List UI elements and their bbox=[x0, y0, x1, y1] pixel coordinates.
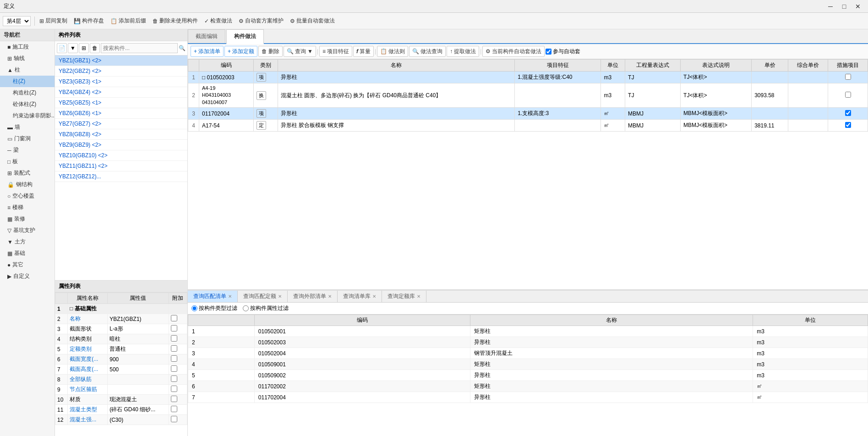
sidebar-item-stairs[interactable]: ≡ 楼梯 bbox=[0, 202, 55, 213]
sidebar-item-beam[interactable]: ─ 梁 bbox=[0, 144, 55, 156]
save-comp-button[interactable]: 💾 构件存盘 bbox=[71, 15, 107, 27]
list-item[interactable]: 7 011702004 异形柱 ㎡ bbox=[188, 392, 868, 403]
new-comp-button[interactable]: 📄 bbox=[57, 43, 67, 53]
sidebar-item-concrete-column[interactable]: 砼体柱(Z) bbox=[0, 99, 55, 110]
comp-item-ybz9[interactable]: YBZ9(GBZ9) <2> bbox=[55, 140, 187, 150]
code-cell[interactable]: A17-54 bbox=[199, 120, 254, 132]
filter-attr-radio[interactable] bbox=[243, 305, 249, 311]
formula-cell[interactable]: TJ bbox=[625, 83, 681, 108]
add-prefix-button[interactable]: 📋 添加前后缀 bbox=[108, 15, 149, 27]
auto-maintain-button[interactable]: ⚙ 自动套方案维护 bbox=[236, 15, 286, 27]
list-item[interactable]: 3 010502004 钢管顶升混凝土 m3 bbox=[188, 348, 868, 359]
batch-auto-button[interactable]: ⚙ 批量自动套做法 bbox=[287, 15, 338, 27]
project-feature-button[interactable]: ≡ 项目特征 bbox=[319, 46, 352, 57]
auto-checkbox[interactable] bbox=[546, 49, 551, 55]
attr-value-cell[interactable]: 900 bbox=[108, 354, 169, 364]
tab-section[interactable]: 截面编辑 bbox=[188, 29, 225, 43]
filter-type-radio[interactable] bbox=[191, 305, 197, 311]
code-cell[interactable]: 011702004 bbox=[199, 108, 254, 120]
bottom-tab-list-lib[interactable]: 查询清单库 ✕ bbox=[338, 291, 382, 302]
list-item[interactable]: 6 011702002 矩形柱 ㎡ bbox=[188, 381, 868, 392]
sidebar-item-decoration[interactable]: ▦ 装修 bbox=[0, 213, 55, 225]
bottom-tab-quota-lib[interactable]: 查询定额库 ✕ bbox=[382, 291, 426, 302]
close-match-quota-icon[interactable]: ✕ bbox=[278, 294, 282, 299]
bottom-tab-match-list[interactable]: 查询匹配清单 ✕ bbox=[188, 291, 238, 302]
tab-method[interactable]: 构件做法 bbox=[226, 29, 264, 44]
list-item[interactable]: 2 010502003 异形柱 m3 bbox=[188, 337, 868, 348]
attr-value-cell[interactable]: 现浇混凝土 bbox=[108, 395, 169, 405]
query-button[interactable]: 🔍 查询 ▼ bbox=[284, 46, 316, 57]
comp-item-ybz6[interactable]: YBZ6(GBZ6) <1> bbox=[55, 108, 187, 119]
code-cell[interactable]: □ 010502003 bbox=[199, 72, 254, 83]
attr-value-cell[interactable] bbox=[108, 375, 169, 385]
sidebar-item-steel[interactable]: 🔒 钢结构 bbox=[0, 179, 55, 190]
close-button[interactable]: ✕ bbox=[852, 1, 864, 11]
sidebar-item-door-window[interactable]: ▭ 门窗洞 bbox=[0, 133, 55, 144]
add-quota-button[interactable]: + 添加清单 bbox=[191, 46, 224, 57]
sidebar-item-column[interactable]: ▲ 柱 bbox=[0, 64, 55, 76]
new-comp-dropdown[interactable]: ▼ bbox=[68, 43, 78, 53]
auto-method-button[interactable]: ⚙ 当前构件自动套做法 bbox=[482, 46, 545, 57]
sidebar-item-foundation-support[interactable]: ▽ 基坑支护 bbox=[0, 225, 55, 236]
add-fixed-button[interactable]: + 添加定额 bbox=[224, 46, 257, 57]
minimize-button[interactable]: ─ bbox=[824, 1, 837, 11]
comp-item-ybz8[interactable]: YBZ8(GBZ8) <2> bbox=[55, 129, 187, 140]
copy-comp-button[interactable]: ⊞ bbox=[79, 43, 89, 53]
attr-value-cell[interactable]: 500 bbox=[108, 364, 169, 375]
sidebar-item-construct-column[interactable]: 构造柱(Z) bbox=[0, 87, 55, 99]
sidebar-item-other[interactable]: ● 其它 bbox=[0, 259, 55, 270]
comp-item-ybz10[interactable]: YBZ10(GBZ10) <2> bbox=[55, 150, 187, 161]
sidebar-item-slab[interactable]: □ 板 bbox=[0, 156, 55, 167]
sidebar-item-assembly[interactable]: ⊞ 装配式 bbox=[0, 167, 55, 179]
layer-select[interactable]: 第1层 第2层 第3层 第4层 第5层 bbox=[3, 16, 31, 26]
close-list-lib-icon[interactable]: ✕ bbox=[372, 294, 376, 299]
sidebar-item-hollow-floor[interactable]: ○ 空心楼盖 bbox=[0, 190, 55, 202]
close-quota-lib-icon[interactable]: ✕ bbox=[417, 294, 420, 299]
comp-item-ybz4[interactable]: YBZ4(GBZ4) <2> bbox=[55, 87, 187, 98]
filter-attr-label[interactable]: 按构件属性过滤 bbox=[243, 304, 289, 312]
list-item[interactable]: 5 010509002 异形柱 m3 bbox=[188, 370, 868, 381]
attr-value-cell[interactable] bbox=[108, 385, 169, 395]
sidebar-item-custom[interactable]: ▶ 自定义 bbox=[0, 270, 55, 282]
attr-value-cell[interactable]: (C30) bbox=[108, 415, 169, 425]
formula-cell[interactable]: MBMJ bbox=[625, 108, 681, 120]
method-query-button[interactable]: 🔍 做法查询 bbox=[409, 46, 446, 57]
bottom-tab-match-quota[interactable]: 查询匹配定额 ✕ bbox=[238, 291, 288, 302]
sidebar-item-construction[interactable]: ■ 施工段 bbox=[0, 41, 55, 53]
code-cell[interactable]: A4-19H043104003043104007 bbox=[199, 83, 254, 108]
comp-item-ybz11[interactable]: YBZ11(GBZ11) <2> bbox=[55, 161, 187, 171]
sidebar-item-column-z[interactable]: 柱(Z) bbox=[0, 76, 55, 87]
comp-item-ybz12[interactable]: YBZ12(GBZ12)... bbox=[55, 171, 187, 182]
delete-row-button[interactable]: 🗑 删除 bbox=[258, 46, 283, 57]
delete-unused-button[interactable]: 🗑 删除未使用构件 bbox=[150, 15, 201, 27]
extract-method-button[interactable]: ↑ 提取做法 bbox=[447, 46, 479, 57]
copy-layer-button[interactable]: ⊞ 层间复制 bbox=[37, 15, 70, 27]
attr-value-cell[interactable]: 普通柱 bbox=[108, 344, 169, 354]
comp-item-ybz3[interactable]: YBZ3(GBZ3) <1> bbox=[55, 77, 187, 87]
sidebar-item-earthwork[interactable]: ▼ 土方 bbox=[0, 236, 55, 248]
check-method-button[interactable]: ✓ 检查做法 bbox=[202, 15, 235, 27]
delete-comp-button[interactable]: 🗑 bbox=[90, 43, 100, 53]
formula-cell[interactable]: TJ bbox=[625, 72, 681, 83]
attr-value-cell[interactable]: (碎石 GD40 细砂... bbox=[108, 405, 169, 415]
calculate-button[interactable]: f 算量 bbox=[353, 46, 374, 57]
sidebar-item-axis[interactable]: ⊞ 轴线 bbox=[0, 53, 55, 64]
attr-value-cell[interactable]: L-a形 bbox=[108, 324, 169, 334]
sidebar-item-constraint[interactable]: 约束边缘非阴影... bbox=[0, 110, 55, 121]
sidebar-item-foundation[interactable]: ▦ 基础 bbox=[0, 248, 55, 259]
formula-cell[interactable]: MBMJ bbox=[625, 120, 681, 132]
comp-search-input[interactable] bbox=[101, 43, 178, 53]
close-external-list-icon[interactable]: ✕ bbox=[328, 294, 332, 299]
maximize-button[interactable]: □ bbox=[838, 1, 851, 11]
attr-value-cell[interactable]: YBZ1(GBZ1) bbox=[108, 314, 169, 324]
bottom-tab-external-list[interactable]: 查询外部清单 ✕ bbox=[288, 291, 338, 302]
attr-value-cell[interactable]: 暗柱 bbox=[108, 334, 169, 344]
list-item[interactable]: 4 010509001 矩形柱 m3 bbox=[188, 359, 868, 370]
comp-item-ybz5[interactable]: YBZ5(GBZ5) <1> bbox=[55, 98, 187, 108]
method-rule-button[interactable]: 📋 做法则 bbox=[377, 46, 408, 57]
close-match-list-icon[interactable]: ✕ bbox=[228, 294, 232, 299]
comp-item-ybz2[interactable]: YBZ2(GBZ2) <2> bbox=[55, 66, 187, 77]
list-item[interactable]: 1 010502001 矩形柱 m3 bbox=[188, 326, 868, 337]
sidebar-item-wall[interactable]: ▬ 墙 bbox=[0, 121, 55, 133]
filter-type-label[interactable]: 按构件类型过滤 bbox=[191, 304, 237, 312]
